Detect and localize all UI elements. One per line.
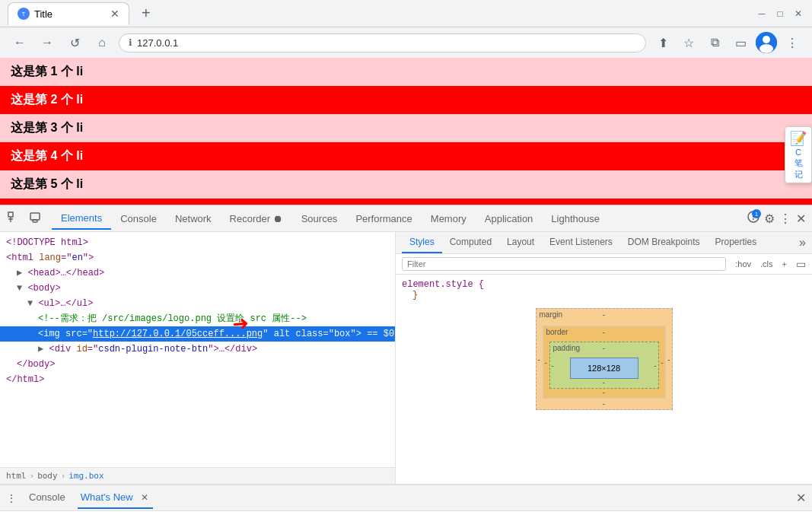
- devtools-tab-console[interactable]: Console: [111, 208, 166, 230]
- border-left-val: -: [545, 358, 547, 367]
- whats-new-close-button[interactable]: ✕: [139, 492, 150, 503]
- menu-button[interactable]: ⋮: [782, 32, 803, 53]
- forward-button[interactable]: →: [37, 32, 58, 53]
- css-selector: element.style {: [402, 279, 806, 290]
- dom-line: <html lang="en">: [0, 250, 395, 265]
- new-tab-button[interactable]: +: [135, 5, 157, 22]
- devtools-bottom: ⋮ Console What's New ✕ ✕ Highlights from…: [0, 484, 812, 515]
- breadcrumb-body[interactable]: body: [37, 471, 58, 481]
- dom-line: </body>: [0, 357, 395, 372]
- devtools-tab-lighthouse[interactable]: Lighthouse: [542, 208, 609, 230]
- styles-tab-styles[interactable]: Styles: [402, 232, 442, 253]
- svg-point-10: [753, 218, 754, 220]
- browser-chrome: T Title ✕ + ─ □ ✕ ← → ↺ ⌂ ℹ 127.0.0.1 ⬆ …: [0, 0, 812, 58]
- devtools-tab-application[interactable]: Application: [476, 208, 543, 230]
- devtools-panel: Elements Console Network Recorder ⏺ Sour…: [0, 205, 812, 515]
- devtools-tab-sources[interactable]: Sources: [292, 208, 347, 230]
- sidebar-button[interactable]: ▭: [730, 32, 751, 53]
- devtools-tabs: Elements Console Network Recorder ⏺ Sour…: [52, 208, 747, 230]
- styles-tab-more[interactable]: »: [799, 232, 806, 253]
- close-bottom-panel-button[interactable]: ✕: [796, 491, 806, 505]
- dom-line-selected[interactable]: <img src="http://127.0.0.1/05cceff....pn…: [0, 326, 395, 342]
- extensions-button[interactable]: ⧉: [704, 32, 725, 53]
- styles-tab-computed[interactable]: Computed: [442, 232, 499, 253]
- close-window-button[interactable]: ✕: [792, 8, 804, 20]
- minimize-button[interactable]: ─: [756, 8, 768, 20]
- notification-badge: 1: [752, 209, 761, 218]
- console-tab-label: Console: [29, 491, 65, 503]
- cls-filter-button[interactable]: .cls: [757, 258, 776, 270]
- devtools-more-button[interactable]: ⋮: [779, 211, 791, 226]
- dom-line: <!DOCTYPE html>: [0, 235, 395, 250]
- breadcrumb-img[interactable]: img.box: [68, 471, 103, 481]
- tab-close-button[interactable]: ✕: [110, 8, 119, 20]
- tab-favicon: T: [18, 8, 30, 20]
- styles-tab-event-listeners[interactable]: Event Listeners: [542, 232, 620, 253]
- back-button[interactable]: ←: [9, 32, 30, 53]
- margin-label: margin: [540, 310, 563, 319]
- list-item-1: 这是第 1 个 li: [0, 58, 812, 86]
- devtools-tab-memory[interactable]: Memory: [422, 208, 476, 230]
- dom-line: <!--需求：把 /src/images/logo.png 设置给 src 属性…: [0, 311, 395, 326]
- url-bar[interactable]: ℹ 127.0.0.1: [119, 33, 646, 52]
- breadcrumb: html › body › img.box: [0, 467, 395, 484]
- border-bottom-val: -: [603, 388, 605, 396]
- breadcrumb-html[interactable]: html: [6, 471, 27, 481]
- toolbar-icons: ⬆ ☆ ⧉ ▭ ⋮: [652, 32, 803, 53]
- devtools-icons: [6, 210, 43, 227]
- box-model-padding: padding - - - - 128×128: [549, 342, 659, 389]
- devtools-notification-button[interactable]: 1: [747, 211, 759, 226]
- padding-left-val: -: [552, 361, 554, 370]
- profile-avatar[interactable]: [756, 32, 777, 53]
- window-controls: ─ □ ✕: [756, 8, 804, 20]
- c-notes-label: C笔记: [794, 147, 803, 180]
- devtools-tab-performance[interactable]: Performance: [346, 208, 421, 230]
- styles-filter-input[interactable]: [402, 257, 726, 271]
- css-rule: element.style { }: [402, 279, 806, 300]
- styles-content: element.style { } margin - - - - border …: [396, 275, 812, 484]
- box-model-container: margin - - - - border - - - - paddin: [402, 308, 806, 410]
- padding-bottom-val: -: [603, 378, 605, 386]
- hov-filter-button[interactable]: :hov: [732, 258, 754, 270]
- maximize-button[interactable]: □: [774, 8, 786, 20]
- styles-tab-layout[interactable]: Layout: [499, 232, 542, 253]
- collapse-styles-button[interactable]: ▭: [796, 258, 806, 270]
- styles-tab-dom-breakpoints[interactable]: DOM Breakpoints: [620, 232, 708, 253]
- url-text: 127.0.0.1: [137, 37, 178, 49]
- svg-point-2: [759, 44, 773, 53]
- share-button[interactable]: ⬆: [652, 32, 673, 53]
- add-style-button[interactable]: +: [779, 258, 790, 270]
- devtools-device-toggle-button[interactable]: [27, 210, 43, 227]
- red-divider: [0, 199, 812, 205]
- whats-new-tab-label: What's New: [81, 491, 133, 503]
- dom-content: <!DOCTYPE html> <html lang="en"> ▶ <head…: [0, 232, 395, 467]
- title-bar: T Title ✕ + ─ □ ✕: [0, 0, 812, 27]
- box-model-content: 128×128: [570, 358, 638, 379]
- c-notes-sidebar[interactable]: 📝 C笔记: [785, 126, 812, 183]
- devtools-tab-elements[interactable]: Elements: [52, 208, 111, 230]
- dom-line: </html>: [0, 372, 395, 387]
- devtools-close-button[interactable]: ✕: [796, 211, 806, 226]
- home-button[interactable]: ⌂: [91, 32, 113, 53]
- page-content: 这是第 1 个 li 这是第 2 个 li 这是第 3 个 li 这是第 4 个…: [0, 58, 812, 205]
- margin-bottom-val: -: [603, 399, 605, 408]
- devtools-tab-recorder[interactable]: Recorder ⏺: [221, 208, 292, 230]
- dom-line: ▶ <div id="csdn-plugin-note-btn">…</div>: [0, 342, 395, 357]
- bottom-tab-console[interactable]: Console: [26, 487, 68, 509]
- browser-tab[interactable]: T Title ✕: [8, 2, 129, 25]
- devtools-tab-network[interactable]: Network: [166, 208, 221, 230]
- styles-tab-properties[interactable]: Properties: [708, 232, 765, 253]
- devtools-main: <!DOCTYPE html> <html lang="en"> ▶ <head…: [0, 232, 812, 484]
- content-dimensions: 128×128: [588, 364, 620, 373]
- reload-button[interactable]: ↺: [64, 32, 85, 53]
- bottom-tab-whats-new[interactable]: What's New ✕: [78, 487, 153, 509]
- padding-right-val: -: [654, 361, 656, 370]
- bottom-content: Highlights from the Chrome 100 update: [0, 510, 812, 515]
- bottom-menu-icon[interactable]: ⋮: [6, 492, 17, 504]
- address-bar: ← → ↺ ⌂ ℹ 127.0.0.1 ⬆ ☆ ⧉ ▭ ⋮: [0, 27, 812, 58]
- devtools-settings-button[interactable]: ⚙: [764, 211, 775, 226]
- bookmark-button[interactable]: ☆: [678, 32, 699, 53]
- dom-line: ▶ <head>…</head>: [0, 265, 395, 281]
- dom-line: ▼ <ul>…</ul>: [0, 296, 395, 311]
- devtools-select-element-button[interactable]: [6, 210, 21, 227]
